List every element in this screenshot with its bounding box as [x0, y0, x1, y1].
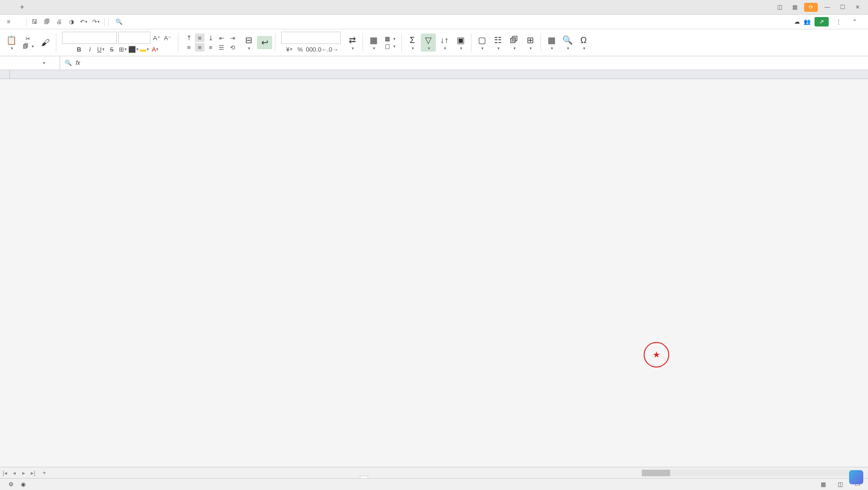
view-normal-icon[interactable]: ▦ [818, 480, 828, 489]
ribbon-toolbar: 📋▾ ✂ 🗐 ▾ 🖌 A⁺ A⁻ B I U▾ S̶ ⊞▾ ⬛▾ ▬▾ A▾ ⤒… [0, 29, 868, 56]
percent-icon[interactable]: % [295, 45, 305, 53]
increase-decimal-icon[interactable]: .0← [317, 45, 327, 53]
cell-style-button[interactable]: ▢ ▾ [385, 43, 396, 50]
borders-icon[interactable]: ⊞▾ [118, 45, 127, 53]
command-search-input[interactable] [125, 18, 163, 26]
sheet-tab-bar: |◂ ◂ ▸ ▸| + [0, 467, 868, 479]
align-middle-icon[interactable]: ≡ [195, 34, 204, 42]
filter-button[interactable]: ▽▾ [421, 34, 436, 52]
share-button[interactable]: ↗ [815, 17, 829, 26]
file-menu[interactable] [15, 20, 24, 23]
merge-center-button[interactable]: ⊟▾ [241, 34, 256, 52]
sheet-nav-prev[interactable]: ◂ [9, 470, 19, 476]
layout-icon[interactable]: ◫ [774, 1, 785, 13]
align-bottom-icon[interactable]: ⤓ [206, 34, 215, 42]
worksheet-button[interactable]: 🗊▾ [506, 34, 522, 52]
redo-icon[interactable]: ↷▾ [91, 17, 101, 26]
indent-decrease-icon[interactable]: ⇤ [217, 34, 226, 42]
cut-button[interactable]: ✂ [26, 35, 32, 42]
strikethrough-icon[interactable]: S̶ [107, 45, 116, 53]
formula-bar: ▾ 🔍 fx [0, 56, 868, 70]
font-select[interactable] [62, 32, 117, 44]
close-button[interactable]: ✕ [852, 1, 863, 13]
sheet-nav-last[interactable]: ▸| [28, 470, 38, 476]
fill-button[interactable]: ▣▾ [453, 34, 468, 52]
status-bar: ⚙ ◉ ▦ ◫ ▭ [0, 478, 868, 490]
view-layout-icon[interactable]: ◫ [835, 480, 845, 489]
decrease-font-icon[interactable]: A⁻ [163, 34, 172, 42]
rowcol-button[interactable]: ☷▾ [490, 34, 505, 52]
find-button[interactable]: 🔍▾ [560, 34, 575, 52]
conditional-format-button[interactable]: ▦▾ [366, 34, 381, 52]
name-box-input[interactable] [14, 60, 43, 67]
select-all-corner[interactable] [0, 70, 10, 79]
thousands-icon[interactable]: 000 [306, 45, 316, 53]
indent-increase-icon[interactable]: ⇥ [228, 34, 237, 42]
cloud-status[interactable]: ☁ [794, 18, 800, 25]
status-record-icon[interactable]: ◉ [18, 480, 28, 489]
stamp-image: ★ [644, 342, 669, 368]
format-painter-button[interactable]: 🖌 [38, 36, 53, 49]
search-icon: 🔍 [115, 18, 123, 25]
save-as-icon[interactable]: 🗐 [42, 17, 52, 26]
minimize-button[interactable]: — [822, 1, 833, 13]
type-convert-button[interactable]: ⇄▾ [345, 34, 360, 52]
sum-button[interactable]: Σ▾ [405, 34, 420, 52]
increase-font-icon[interactable]: A⁺ [152, 34, 161, 42]
add-sheet-button[interactable]: + [38, 470, 51, 476]
fx-icon[interactable]: fx [76, 60, 80, 66]
undo-icon[interactable]: ↶▾ [79, 17, 89, 26]
justify-icon[interactable]: ☰ [217, 43, 226, 52]
wrap-text-button[interactable]: ↩ [257, 36, 272, 49]
table-tools-button[interactable]: ▦▾ [544, 34, 559, 52]
align-top-icon[interactable]: ⤒ [184, 34, 194, 42]
status-settings-icon[interactable]: ⚙ [6, 480, 16, 489]
sheet-nav-next[interactable]: ▸ [19, 470, 28, 476]
underline-icon[interactable]: U▾ [96, 45, 106, 53]
save-icon[interactable]: 🖫 [30, 17, 39, 26]
horizontal-scrollbar[interactable] [642, 470, 859, 476]
more-icon[interactable]: ⋮ [834, 17, 843, 26]
grid-icon[interactable]: ▦ [789, 1, 800, 13]
font-color-icon[interactable]: A▾ [151, 45, 160, 53]
align-right-icon[interactable]: ≡ [206, 43, 215, 52]
freeze-button[interactable]: ⊞▾ [523, 34, 538, 52]
highlight-icon[interactable]: ▬▾ [140, 45, 149, 53]
table-style-button[interactable]: ▦ ▾ [385, 35, 396, 42]
template-search-input[interactable] [165, 18, 203, 26]
decrease-decimal-icon[interactable]: .0→ [328, 45, 337, 53]
italic-icon[interactable]: I [85, 45, 95, 53]
maximize-button[interactable]: ☐ [837, 1, 848, 13]
align-left-icon[interactable]: ≡ [184, 43, 194, 52]
sort-button[interactable]: ↓↑▾ [437, 34, 452, 52]
coop-button[interactable]: 👥 [804, 18, 811, 25]
print-preview-icon[interactable]: ◑ [67, 17, 76, 26]
collapse-ribbon-icon[interactable]: ⌃ [850, 17, 859, 26]
currency-icon[interactable]: ¥▾ [284, 45, 294, 53]
paste-button[interactable]: 📋▾ [4, 34, 19, 52]
number-format-select[interactable] [281, 32, 341, 44]
zoom-icon[interactable]: 🔍 [65, 60, 72, 66]
print-icon[interactable]: 🖨 [54, 17, 64, 26]
menu-bar: ≡ 🖫 🗐 🖨 ◑ ↶▾ ↷▾ 🔍 ☁ 👥 ↗ ⋮ ⌃ [0, 15, 868, 29]
font-size-select[interactable] [118, 32, 151, 44]
copy-button[interactable]: 🗐 ▾ [23, 43, 34, 50]
login-button[interactable]: ⟳ [804, 3, 818, 12]
ime-indicator [360, 476, 368, 479]
formula-input[interactable] [84, 60, 368, 67]
new-tab-button[interactable]: + [14, 3, 30, 11]
title-tab-bar: + ◫ ▦ ⟳ — ☐ ✕ [0, 0, 868, 15]
orientation-icon[interactable]: ⟲ [228, 43, 237, 52]
home-tab[interactable] [0, 0, 14, 14]
align-center-icon[interactable]: ≡ [195, 43, 204, 52]
sheet-nav-first[interactable]: |◂ [0, 470, 9, 476]
symbol-button[interactable]: Ω▾ [576, 34, 591, 52]
hamburger-icon[interactable]: ≡ [4, 17, 13, 26]
bold-icon[interactable]: B [74, 45, 84, 53]
spreadsheet-grid[interactable]: ★ [0, 70, 868, 79]
watermark [849, 470, 863, 485]
fill-color-icon[interactable]: ⬛▾ [129, 45, 138, 53]
cell-button[interactable]: ▢▾ [474, 34, 489, 52]
